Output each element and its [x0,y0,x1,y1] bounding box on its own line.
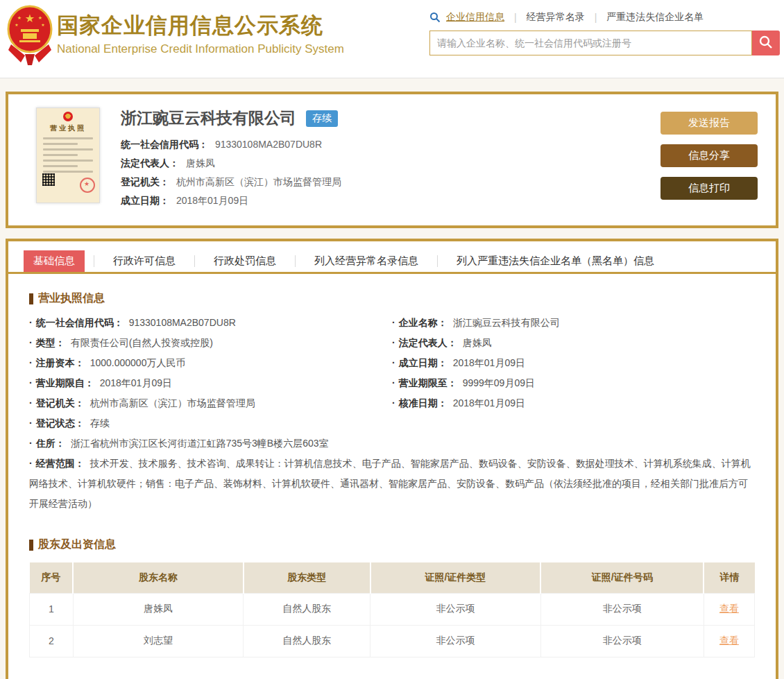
field-value: 2018年01月09日 [176,195,248,206]
field-row-address: ·住所：浙江省杭州市滨江区长河街道江虹路735号3幢B楼六层603室 [29,433,755,454]
field-value: 91330108MA2B07DU8R [129,317,236,328]
svg-text:★: ★ [25,12,35,24]
field-label: 统一社会信用代码： [121,139,208,150]
field-value: 2018年01月09日 [100,377,172,388]
nav-link-credit-info[interactable]: 企业信用信息 [446,11,504,24]
nav-separator: | [514,12,517,23]
col-header-type: 股东类型 [244,562,370,593]
tab-abnormal-list[interactable]: 列入经营异常名录信息 [305,250,428,272]
license-red-seal [80,178,95,193]
share-info-button[interactable]: 信息分享 [661,144,758,167]
table-header-row: 序号 股东名称 股东类型 证照/证件类型 证照/证件号码 详情 [30,562,755,593]
field-label: 成立日期： [399,357,448,368]
field-value: 唐姝凤 [186,157,215,169]
field-value: 杭州市高新区（滨江）市场监督管理局 [176,176,341,187]
shareholders-table: 序号 股东名称 股东类型 证照/证件类型 证照/证件号码 详情 1 唐姝凤 自然… [29,562,755,657]
field-row: ·成立日期：2018年01月09日 [392,353,755,373]
tab-strip: 基础信息 行政许可信息 行政处罚信息 列入经营异常名录信息 列入严重违法失信企业… [8,241,776,274]
company-field-row: 登记机关： 杭州市高新区（滨江）市场监督管理局 [121,173,661,191]
field-row: ·企业名称：浙江豌豆云科技有限公司 [392,313,755,333]
company-name: 浙江豌豆云科技有限公司 [121,108,296,129]
field-label: 法定代表人： [121,157,179,169]
company-summary-card: 营业执照 浙江豌豆云科技有限公司 存续 统一社会信用代码： 91330108MA… [6,92,778,228]
field-row: ·营业期限至：9999年09月09日 [392,373,755,393]
business-license-thumbnail[interactable]: 营业执照 [36,108,100,203]
col-header-detail: 详情 [704,562,754,593]
tab-admin-penalty[interactable]: 行政处罚信息 [204,250,286,272]
svg-text:★: ★ [15,23,18,27]
view-detail-link[interactable]: 查看 [719,635,739,646]
license-qr-code [42,173,55,186]
col-header-seq: 序号 [30,562,74,593]
field-row: ·注册资本：1000.000000万人民币 [29,353,392,373]
search-bar [429,31,780,55]
svg-text:★: ★ [38,15,42,20]
shareholders-section-title: 股东及出资信息 [29,538,755,552]
site-header: ★ ★ ★ ★ ★ 国家企业信用信息公示系统 National Enterpri… [0,0,784,78]
field-label: 注册资本： [36,357,85,368]
detail-card: 基础信息 行政许可信息 行政处罚信息 列入经营异常名录信息 列入严重违法失信企业… [6,239,778,679]
action-buttons: 发送报告 信息分享 信息打印 [661,112,758,214]
header-right: 企业信用信息 | 经营异常名录 | 严重违法失信企业名单 [429,10,780,55]
col-header-cert-type: 证照/证件类型 [370,562,541,593]
license-text-lines [43,137,93,176]
section-title-text: 营业执照信息 [38,291,105,306]
field-label: 核准日期： [399,397,448,409]
search-button[interactable] [752,31,780,55]
cell-seq: 2 [30,625,74,657]
cell-cert-no: 非公示项 [540,593,704,625]
cell-type: 自然人股东 [244,625,370,657]
tab-separator [437,255,438,267]
field-value: 浙江豌豆云科技有限公司 [453,317,560,328]
company-field-row: 统一社会信用代码： 91330108MA2B07DU8R [121,135,661,154]
field-label: 营业期限自： [36,377,94,388]
field-label: 登记状态： [36,418,85,429]
field-label: 类型： [36,337,65,348]
license-thumb-title: 营业执照 [50,123,86,133]
table-row: 1 唐姝凤 自然人股东 非公示项 非公示项 查看 [30,593,755,625]
field-label: 经营范围： [36,458,85,469]
print-info-button[interactable]: 信息打印 [661,177,758,200]
col-header-name: 股东名称 [73,562,244,593]
tab-basic-info[interactable]: 基础信息 [24,250,85,272]
cell-cert-type: 非公示项 [370,625,541,657]
nav-link-blacklist[interactable]: 严重违法失信企业名单 [606,11,704,24]
field-value: 91330108MA2B07DU8R [215,139,322,150]
section-title-text: 股东及出资信息 [38,538,116,552]
tab-separator [94,255,94,267]
field-value: 2018年01月09日 [453,357,525,368]
cell-name: 刘志望 [73,625,244,657]
field-value: 2018年01月09日 [453,397,525,409]
field-row: ·营业期限自：2018年01月09日 [29,373,392,393]
header-nav: 企业信用信息 | 经营异常名录 | 严重违法失信企业名单 [429,10,780,25]
tab-content: 营业执照信息 ·统一社会信用代码：91330108MA2B07DU8R ·企业名… [8,274,776,657]
section-marker [29,540,33,551]
table-row: 2 刘志望 自然人股东 非公示项 非公示项 查看 [30,625,755,657]
svg-text:★: ★ [17,15,22,20]
search-icon [429,12,441,23]
national-emblem-logo: ★ ★ ★ ★ ★ [7,4,53,67]
company-field-row: 法定代表人： 唐姝凤 [121,154,661,173]
license-section-title: 营业执照信息 [29,291,755,306]
send-report-button[interactable]: 发送报告 [661,112,758,135]
field-value: 9999年09月09日 [463,377,535,388]
field-value: 技术开发、技术服务、技术咨询、成果转让：计算机信息技术、电子产品、智能家居产品、… [29,458,751,509]
field-value: 1000.000000万人民币 [90,357,186,368]
field-row: ·统一社会信用代码：91330108MA2B07DU8R [29,313,392,333]
search-input[interactable] [429,31,752,55]
cell-type: 自然人股东 [244,593,370,625]
cell-cert-type: 非公示项 [370,593,541,625]
field-row: ·登记状态：存续 [29,413,392,433]
search-icon [758,35,774,52]
view-detail-link[interactable]: 查看 [719,603,739,614]
nav-link-abnormal-list[interactable]: 经营异常名录 [527,11,585,24]
shareholders-section: 股东及出资信息 序号 股东名称 股东类型 证照/证件类型 证照/证件号码 详情 [29,538,755,657]
site-title: 国家企业信用信息公示系统 [57,11,344,40]
tab-blacklist[interactable]: 列入严重违法失信企业名单（黑名单）信息 [447,250,664,272]
company-field-row: 成立日期： 2018年01月09日 [121,191,661,210]
field-row: ·类型：有限责任公司(自然人投资或控股) [29,333,392,353]
site-title-block: 国家企业信用信息公示系统 National Enterprise Credit … [57,11,344,56]
status-badge[interactable]: 存续 [306,110,338,127]
tab-admin-license[interactable]: 行政许可信息 [103,250,185,272]
field-label: 企业名称： [399,317,448,328]
